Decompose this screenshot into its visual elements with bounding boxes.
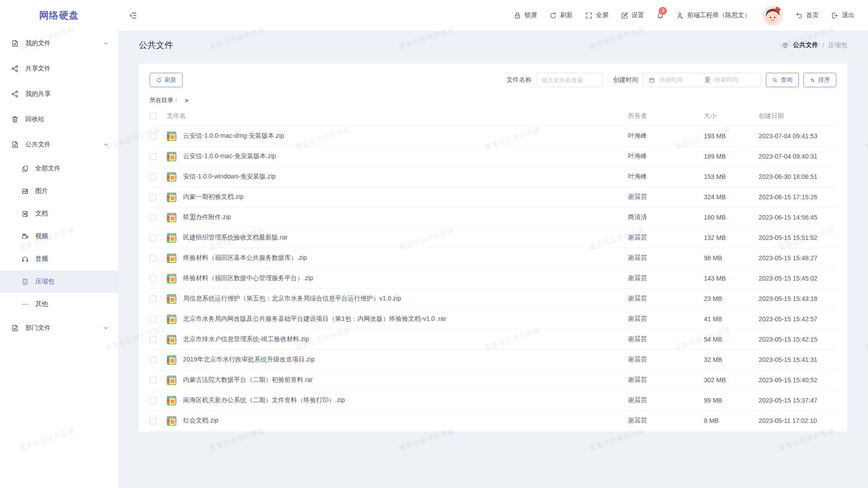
row-checkbox[interactable]: [150, 397, 156, 404]
file-name[interactable]: 联盟办件附件.zip: [183, 213, 628, 221]
row-checkbox[interactable]: [150, 357, 156, 363]
sidebar-item-recycle-bin[interactable]: 回收站: [0, 107, 118, 132]
file-name[interactable]: 红会文档.zip: [183, 417, 628, 425]
file-name[interactable]: 民建组织管理系统验收文档最新版.rar: [183, 234, 628, 242]
file-name[interactable]: 云安信-1.0.0-mac-dmg-安装版本.zip: [183, 132, 628, 140]
row-checkbox[interactable]: [150, 194, 156, 201]
settings-icon: [621, 12, 628, 19]
file-name[interactable]: 安信-1.0.0-windows-免安装版.zip: [183, 173, 628, 181]
sidebar-item-department-files[interactable]: 部门文件: [0, 315, 118, 341]
page-header: 公共文件 公共文件 / 压缩包: [118, 31, 868, 59]
row-checkbox[interactable]: [150, 336, 156, 343]
file-created-date: 2023-05-15 15:45:02: [759, 275, 836, 282]
file-size: 98 MB: [704, 254, 759, 262]
date-range-picker[interactable]: 开始时间 至 结束时间: [643, 73, 761, 87]
table-row: 云安信-1.0.0-mac-免安装版本.zip叶海峰189 MB2023-07-…: [150, 146, 836, 167]
table-body: 云安信-1.0.0-mac-dmg-安装版本.zip叶海峰193 MB2023-…: [150, 126, 836, 431]
header-created-date: 创建日期: [759, 112, 836, 120]
sidebar-item-label: 共享文件: [25, 65, 51, 73]
sort-button[interactable]: 排序: [803, 73, 836, 87]
file-size: 153 MB: [704, 173, 759, 180]
zip-file-icon: [167, 131, 176, 141]
file-name[interactable]: 2019年北京市水行政审批系统升级改造项目.zip: [183, 356, 628, 364]
notifications-button[interactable]: 3: [656, 12, 664, 19]
file-name[interactable]: 南海区机关新办公系统（二期）文件资料（终验打印）.zip: [183, 396, 628, 404]
breadcrumb-parent[interactable]: 公共文件: [793, 41, 818, 49]
file-name[interactable]: 北京市水务局内网改版及公共服务基础平台建设项目（第1包：内网改版）终验验文档-v…: [183, 315, 628, 323]
refresh-button[interactable]: 刷新: [549, 11, 573, 19]
file-created-date: 2023-05-15 15:51:52: [759, 234, 836, 241]
file-size: 54 MB: [704, 336, 759, 343]
list-refresh-label: 刷新: [165, 76, 176, 84]
home-label: 首页: [806, 11, 819, 19]
row-checkbox[interactable]: [150, 214, 156, 221]
file-name[interactable]: 终验材料（福田区数据中心管理服务平台）.zip: [183, 274, 628, 282]
filename-search-input[interactable]: [536, 73, 603, 87]
row-checkbox[interactable]: [150, 275, 156, 282]
row-checkbox[interactable]: [150, 133, 156, 140]
file-name[interactable]: 北京市排水户信息管理系统-竣工验收材料.zip: [183, 335, 628, 343]
sidebar-item-archives[interactable]: 压缩包: [0, 270, 118, 293]
file-name[interactable]: 终验材料（福田区基本公共服务数据库）.zip: [183, 254, 628, 262]
select-all-checkbox[interactable]: [150, 113, 156, 119]
logout-button[interactable]: 退出: [831, 11, 854, 19]
table-row: 内蒙一期初验文档.zip谢晨芸324 MB2023-06-15 17:15:26: [150, 187, 836, 207]
row-checkbox[interactable]: [150, 174, 156, 180]
row-checkbox[interactable]: [150, 153, 156, 160]
sidebar-item-public-files[interactable]: 公共文件: [0, 132, 118, 157]
doc-icon: [21, 210, 29, 218]
sidebar-item-shared-files[interactable]: 共享文件: [0, 56, 118, 81]
row-checkbox[interactable]: [150, 377, 156, 384]
file-name[interactable]: 局信息系统运行维护（第五包：北京市水务局综合信息平台运行维护）v1.0.zip: [183, 295, 628, 303]
fullscreen-button[interactable]: 全屏: [585, 11, 609, 19]
sidebar-item-label: 公共文件: [25, 141, 51, 149]
query-button[interactable]: 查询: [766, 73, 799, 87]
file-owner: 谢晨芸: [628, 254, 704, 262]
file-name[interactable]: 内蒙一期初验文档.zip: [183, 193, 628, 201]
file-size: 23 MB: [704, 295, 759, 302]
directory-path[interactable]: >: [185, 97, 189, 104]
settings-button[interactable]: 设置: [621, 11, 644, 19]
sidebar-item-my-shares[interactable]: 我的共享: [0, 81, 118, 107]
file-size: 132 MB: [704, 234, 759, 241]
file-name[interactable]: 内蒙古法院大数据平台（二期）初验前资料.rar: [183, 376, 628, 384]
file-created-date: 2023-07-04 09:40:31: [759, 153, 836, 160]
location-pin-icon: [782, 42, 789, 49]
avatar[interactable]: [763, 5, 783, 26]
sidebar-item-audio[interactable]: 音频: [0, 248, 118, 270]
search-icon: [772, 77, 778, 83]
row-checkbox[interactable]: [150, 296, 156, 302]
row-checkbox[interactable]: [150, 235, 156, 241]
file-owner: 叶海峰: [628, 152, 704, 160]
sidebar-item-documents[interactable]: 文档: [0, 202, 118, 225]
file-name[interactable]: 云安信-1.0.0-mac-免安装版本.zip: [183, 152, 628, 160]
settings-label: 设置: [632, 11, 644, 19]
list-refresh-button[interactable]: 刷新: [150, 73, 183, 87]
row-checkbox[interactable]: [150, 316, 156, 323]
row-checkbox[interactable]: [150, 255, 156, 262]
file-created-date: 2023-07-04 09:41:53: [759, 132, 836, 140]
table-row: 终验材料（福田区基本公共服务数据库）.zip谢晨芸98 MB2023-05-15…: [150, 248, 836, 268]
chevron-down-icon: [103, 325, 109, 331]
filters: 文件名称 创建时间 开始时间 至 结束时间 查询: [506, 73, 836, 87]
sort-arrows-icon: [810, 77, 816, 83]
logout-label: 退出: [842, 11, 854, 19]
sidebar-item-videos[interactable]: 视频: [0, 225, 118, 248]
sidebar-item-others[interactable]: 其他: [0, 293, 118, 315]
sidebar-item-all-files[interactable]: 全部文件: [0, 157, 118, 180]
sidebar-collapse-icon[interactable]: [129, 11, 137, 20]
sidebar-item-label: 视频: [35, 232, 48, 240]
image-icon: [21, 188, 29, 195]
file-created-date: 2023-06-15 14:56:45: [759, 214, 836, 221]
trash-icon: [11, 115, 19, 123]
logout-icon: [831, 12, 839, 19]
lock-screen-label: 锁屏: [524, 11, 537, 19]
lock-screen-button[interactable]: 锁屏: [514, 11, 537, 19]
sidebar-item-label: 压缩包: [35, 277, 54, 286]
sidebar-item-my-files[interactable]: 我的文件: [0, 31, 118, 56]
home-button[interactable]: 首页: [795, 11, 819, 19]
end-date-placeholder: 结束时间: [715, 76, 756, 84]
row-checkbox[interactable]: [150, 418, 156, 424]
sidebar-item-images[interactable]: 图片: [0, 180, 118, 202]
user-menu[interactable]: 前端工程师（陈思文）: [676, 11, 750, 19]
